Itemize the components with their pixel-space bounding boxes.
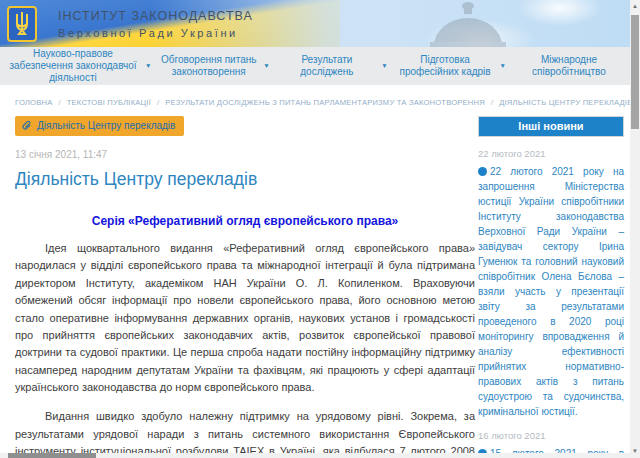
article-date: 13 січня 2021, 11:47 bbox=[15, 149, 475, 160]
nav-item-international-cooperation[interactable]: Міжнародне співробітництво bbox=[510, 47, 628, 85]
news-text: 22 лютого 2021 року на запрошення Мініст… bbox=[478, 166, 624, 417]
breadcrumb: ГОЛОВНА/ТЕКСТОВІ ПУБЛІКАЦІЇ/РЕЗУЛЬТАТИ Д… bbox=[15, 98, 630, 107]
news-date: 22 лютого 2021 bbox=[478, 148, 624, 159]
nav-item-professional-training[interactable]: Підготовка професійних кадрів ▼ bbox=[392, 47, 510, 85]
chevron-down-icon: ▼ bbox=[499, 62, 505, 70]
main-nav: Науково-правове забезпечення законодавчо… bbox=[0, 47, 630, 85]
nav-item-label: Підготовка професійних кадрів bbox=[396, 54, 495, 78]
link-icon bbox=[22, 121, 32, 131]
news-link[interactable]: 22 лютого 2021 року на запрошення Мініст… bbox=[478, 164, 624, 419]
breadcrumb-separator: / bbox=[52, 98, 66, 107]
nav-item-research-results[interactable]: Результати досліджень ▼ bbox=[274, 47, 392, 85]
page: ІНСТИТУТ ЗАКОНОДАВСТВА Верховної Ради Ук… bbox=[0, 0, 630, 458]
breadcrumb-text-publications-link[interactable]: ТЕКСТОВІ ПУБЛІКАЦІЇ bbox=[67, 98, 151, 107]
sidebar-title: Інші новини bbox=[478, 116, 624, 137]
vertical-scrollbar[interactable]: ▲ ▼ bbox=[630, 0, 640, 458]
nav-item-label: Результати досліджень bbox=[278, 54, 377, 78]
horizontal-scrollbar-thumb[interactable] bbox=[8, 453, 96, 458]
article: Діяльність Центру перекладів 13 січня 20… bbox=[15, 116, 475, 458]
article-paragraph: Видання швидко здобуло належну підтримку… bbox=[15, 408, 475, 458]
page-title: Діяльність Центру перекладів bbox=[15, 169, 475, 190]
news-bullet-icon bbox=[478, 167, 487, 176]
site-title-line2: Верховної Ради України bbox=[58, 27, 253, 39]
nav-item-discussion[interactable]: Обговорення питань законотворення ▼ bbox=[155, 47, 273, 85]
breadcrumb-separator: / bbox=[151, 98, 165, 107]
nav-item-label: Науково-правове забезпечення законодавчо… bbox=[6, 48, 140, 83]
nav-item-legal-support[interactable]: Науково-правове забезпечення законодавчо… bbox=[2, 47, 155, 85]
nav-item-label: Міжнародне співробітництво bbox=[514, 54, 624, 78]
scroll-up-button[interactable]: ▲ bbox=[630, 0, 640, 13]
category-tag-label: Діяльність Центру перекладів bbox=[37, 120, 175, 131]
nav-item-label: Обговорення питань законотворення bbox=[159, 54, 258, 78]
breadcrumb-home-link[interactable]: ГОЛОВНА bbox=[15, 98, 52, 107]
main-area: Діяльність Центру перекладів 13 січня 20… bbox=[0, 107, 630, 458]
coat-of-arms-icon bbox=[7, 6, 37, 42]
news-date: 16 лютого 2021 bbox=[478, 430, 624, 441]
article-section-title: Серія «Реферативний огляд європейського … bbox=[15, 214, 475, 228]
scroll-down-button[interactable]: ▼ bbox=[630, 445, 640, 458]
breadcrumb-research-link[interactable]: РЕЗУЛЬТАТИ ДОСЛІДЖЕНЬ З ПИТАНЬ ПАРЛАМЕНТ… bbox=[165, 98, 485, 107]
chevron-down-icon: ▼ bbox=[145, 62, 151, 70]
breadcrumb-separator: / bbox=[485, 98, 499, 107]
site-title-line1: ІНСТИТУТ ЗАКОНОДАВСТВА bbox=[58, 9, 253, 23]
breadcrumb-current-page: ДІЯЛЬНІСТЬ ЦЕНТРУ ПЕРЕКЛАДІВ bbox=[499, 98, 630, 107]
site-title: ІНСТИТУТ ЗАКОНОДАВСТВА Верховної Ради Ук… bbox=[58, 9, 253, 39]
horizontal-scrollbar[interactable] bbox=[0, 453, 630, 458]
news-item: 22 лютого 2021 22 лютого 2021 року на за… bbox=[478, 148, 624, 419]
parliament-dome-image bbox=[408, 2, 528, 47]
chevron-down-icon: ▼ bbox=[381, 62, 387, 70]
chevron-down-icon: ▼ bbox=[263, 62, 269, 70]
other-news-sidebar: Інші новини 22 лютого 2021 22 лютого 202… bbox=[478, 116, 624, 458]
article-paragraph: Ідея щоквартального видання «Реферативни… bbox=[15, 240, 475, 396]
site-header: ІНСТИТУТ ЗАКОНОДАВСТВА Верховної Ради Ук… bbox=[0, 0, 630, 47]
category-tag-button[interactable]: Діяльність Центру перекладів bbox=[15, 116, 184, 136]
vertical-scrollbar-thumb[interactable] bbox=[631, 15, 639, 129]
